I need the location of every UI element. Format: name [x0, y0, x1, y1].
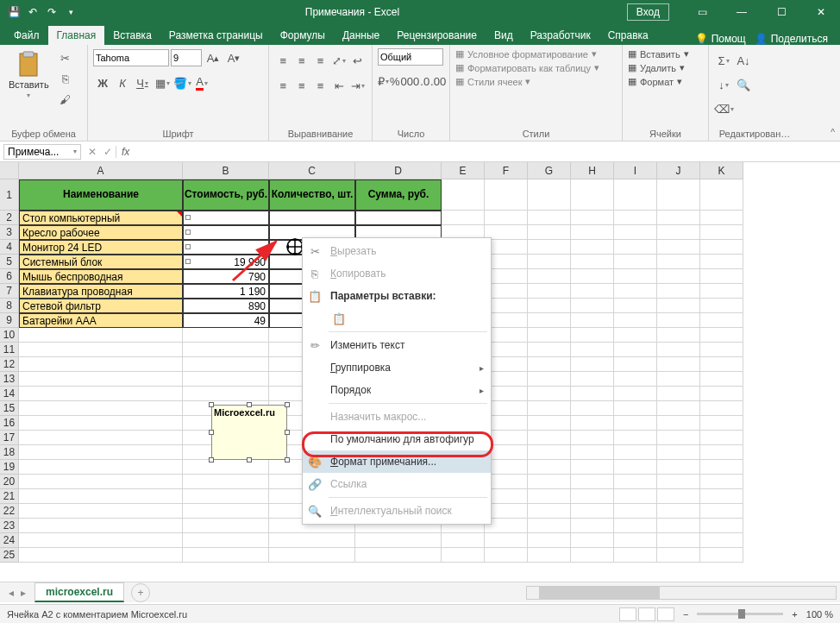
cell[interactable] — [19, 357, 183, 372]
redo-icon[interactable]: ↷ — [45, 5, 59, 19]
cell[interactable] — [614, 225, 657, 240]
cell[interactable] — [442, 211, 485, 225]
cell[interactable] — [183, 240, 269, 255]
cell[interactable] — [571, 519, 614, 533]
col-header-H[interactable]: H — [571, 162, 614, 179]
insert-cells-button[interactable]: ▦ Вставить ▾ — [628, 48, 703, 60]
cell[interactable] — [614, 445, 657, 460]
cell[interactable] — [657, 489, 700, 504]
tab-layout[interactable]: Разметка страницы — [160, 26, 272, 45]
view-page-break-icon[interactable] — [657, 607, 674, 621]
cell[interactable] — [700, 401, 743, 416]
cell[interactable] — [700, 372, 743, 387]
cell[interactable] — [528, 313, 571, 328]
cell[interactable] — [657, 179, 700, 211]
enter-formula-icon[interactable]: ✓ — [103, 146, 112, 158]
comma-icon[interactable]: 000 — [401, 72, 420, 91]
close-icon[interactable]: ✕ — [802, 0, 840, 24]
row-header[interactable]: 2 — [0, 211, 19, 225]
cell[interactable] — [183, 328, 269, 343]
tab-data[interactable]: Данные — [334, 26, 388, 45]
menu-set-default[interactable]: По умолчанию для автофигур — [303, 428, 491, 450]
col-header-G[interactable]: G — [528, 162, 571, 179]
save-icon[interactable]: 💾 — [7, 5, 21, 19]
col-header-E[interactable]: E — [442, 162, 485, 179]
cell[interactable] — [571, 313, 614, 328]
cell[interactable]: Стоимость, руб. — [183, 179, 269, 211]
cell[interactable] — [657, 269, 700, 284]
cell-styles-button[interactable]: ▦ Стили ячеек ▾ — [455, 76, 617, 87]
col-header-J[interactable]: J — [657, 162, 700, 179]
row-header[interactable]: 7 — [0, 284, 19, 299]
cell[interactable]: Количество, шт. — [269, 179, 355, 211]
cell[interactable] — [528, 475, 571, 489]
col-header-K[interactable]: K — [700, 162, 743, 179]
cell[interactable] — [183, 387, 269, 401]
cell[interactable] — [614, 343, 657, 357]
cell[interactable] — [19, 445, 183, 460]
cell[interactable] — [571, 445, 614, 460]
cell[interactable] — [442, 548, 485, 563]
cell[interactable] — [571, 299, 614, 313]
col-header-D[interactable]: D — [355, 162, 442, 179]
font-color-button[interactable]: A — [192, 73, 211, 92]
cell[interactable] — [614, 519, 657, 533]
cell[interactable] — [528, 401, 571, 416]
tab-help[interactable]: Справка — [599, 26, 657, 45]
cell[interactable]: Сумма, руб. — [355, 179, 442, 211]
cell[interactable] — [571, 357, 614, 372]
zoom-slider[interactable] — [697, 613, 783, 615]
cell[interactable] — [183, 211, 269, 225]
fill-color-button[interactable]: 🪣 — [172, 73, 191, 92]
col-header-A[interactable]: A — [19, 162, 183, 179]
format-table-button[interactable]: ▦ Форматировать как таблицу ▾ — [455, 62, 617, 73]
cell[interactable] — [700, 357, 743, 372]
cell[interactable]: Клавиатура проводная — [19, 284, 183, 299]
cell[interactable] — [657, 475, 700, 489]
cell[interactable] — [528, 387, 571, 401]
row-header[interactable]: 24 — [0, 533, 19, 548]
cell[interactable] — [571, 269, 614, 284]
cell[interactable] — [700, 504, 743, 519]
cell[interactable] — [183, 489, 269, 504]
merge-icon[interactable]: ⇥ — [348, 76, 367, 95]
cell[interactable] — [528, 269, 571, 284]
cell[interactable] — [269, 211, 355, 225]
row-header[interactable]: 20 — [0, 475, 19, 489]
comment-popup[interactable]: Microexcel.ru — [211, 405, 287, 460]
cell[interactable] — [614, 372, 657, 387]
cell[interactable] — [19, 401, 183, 416]
cell[interactable] — [571, 416, 614, 431]
cell[interactable] — [657, 357, 700, 372]
bold-button[interactable]: Ж — [93, 73, 112, 92]
cell[interactable] — [657, 445, 700, 460]
zoom-out-icon[interactable]: − — [683, 609, 688, 620]
cell[interactable] — [657, 255, 700, 269]
row-header[interactable]: 11 — [0, 343, 19, 357]
cell[interactable] — [700, 416, 743, 431]
cell[interactable] — [657, 372, 700, 387]
cell[interactable] — [614, 284, 657, 299]
cell[interactable]: Системный блок — [19, 255, 183, 269]
cell[interactable]: 790 — [183, 269, 269, 284]
login-button[interactable]: Вход — [627, 3, 669, 21]
cell[interactable] — [571, 179, 614, 211]
cell[interactable] — [614, 431, 657, 445]
minimize-icon[interactable]: — — [723, 0, 761, 24]
shrink-font-icon[interactable]: A▾ — [224, 48, 243, 67]
cell[interactable] — [614, 387, 657, 401]
cell[interactable]: Сетевой фильтр — [19, 299, 183, 313]
cell[interactable] — [485, 179, 528, 211]
cell[interactable] — [485, 548, 528, 563]
ribbon-options-icon[interactable]: ▭ — [683, 0, 721, 24]
cell[interactable] — [700, 445, 743, 460]
clear-icon[interactable]: ⌫ — [714, 99, 733, 118]
cell[interactable] — [19, 460, 183, 475]
increase-decimal-icon[interactable]: .0 — [420, 72, 429, 91]
cell[interactable] — [183, 475, 269, 489]
cell[interactable] — [19, 387, 183, 401]
cell[interactable] — [528, 504, 571, 519]
cell[interactable] — [528, 284, 571, 299]
cell[interactable] — [700, 519, 743, 533]
cell[interactable] — [614, 269, 657, 284]
